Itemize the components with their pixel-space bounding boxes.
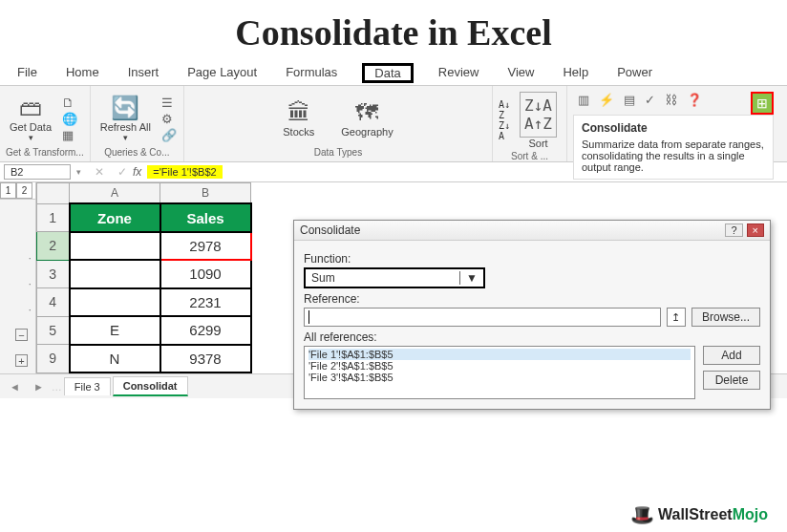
sheet-tab-file3[interactable]: File 3 bbox=[64, 377, 111, 395]
refresh-label: Refresh All bbox=[100, 121, 151, 133]
cell-grid[interactable]: A B 1 Zone Sales 2 2978 3 1090 4 2231 5 … bbox=[36, 182, 252, 373]
reference-label: Reference: bbox=[304, 292, 760, 306]
section-data-types: Data Types bbox=[190, 147, 486, 158]
tab-file[interactable]: File bbox=[13, 63, 41, 83]
ribbon: 🗃 Get Data▾ 🗋 🌐 ▦ Get & Transform... 🔄 R… bbox=[0, 86, 787, 162]
col-header-b[interactable]: B bbox=[160, 183, 251, 204]
outline-level-1[interactable]: 1 bbox=[0, 182, 16, 199]
from-web-icon[interactable]: 🌐 bbox=[62, 112, 77, 126]
table-row: 2 2978 bbox=[37, 232, 251, 260]
reference-input[interactable] bbox=[304, 308, 661, 327]
cell-b3[interactable]: 1090 bbox=[160, 260, 251, 287]
queries-icon[interactable]: ☰ bbox=[161, 96, 177, 110]
tooltip-body: Summarize data from separate ranges, con… bbox=[582, 138, 764, 173]
delete-button[interactable]: Delete bbox=[703, 371, 760, 390]
name-box[interactable]: B2 bbox=[4, 164, 71, 180]
get-data-button[interactable]: 🗃 Get Data▾ bbox=[6, 93, 55, 144]
data-validation-icon[interactable]: ✓ bbox=[645, 93, 655, 107]
function-label: Function: bbox=[304, 252, 760, 266]
row-header-9[interactable]: 9 bbox=[37, 345, 70, 373]
row-header-4[interactable]: 4 bbox=[37, 288, 70, 316]
ribbon-tabs: File Home Insert Page Layout Formulas Da… bbox=[0, 61, 787, 86]
tab-help[interactable]: Help bbox=[559, 63, 592, 83]
list-item[interactable]: 'File 1'!$A$1:$B$5 bbox=[308, 349, 691, 360]
consolidate-tooltip: Consolidate Summarize data from separate… bbox=[573, 115, 774, 180]
from-table-icon[interactable]: ▦ bbox=[62, 128, 77, 142]
outline-level-2[interactable]: 2 bbox=[16, 182, 32, 199]
tab-review[interactable]: Review bbox=[435, 63, 483, 83]
row-header-5[interactable]: 5 bbox=[37, 316, 70, 344]
row-header-3[interactable]: 3 bbox=[37, 260, 70, 287]
tab-formulas[interactable]: Formulas bbox=[282, 63, 341, 83]
dialog-help-button[interactable]: ? bbox=[725, 223, 742, 237]
all-references-list[interactable]: 'File 1'!$A$1:$B$5 'File 2'!$A$1:$B$5 'F… bbox=[304, 346, 695, 399]
formula-value[interactable]: ='File 1'!$B$2 bbox=[147, 165, 222, 179]
consolidate-dialog: Consolidate ? × Function: Sum ▼ Referenc… bbox=[293, 220, 771, 410]
cell-b2[interactable]: 2978 bbox=[160, 232, 251, 260]
function-value: Sum bbox=[311, 271, 335, 285]
fx-icon[interactable]: fx bbox=[133, 165, 141, 179]
tooltip-title: Consolidate bbox=[582, 121, 765, 135]
outline-pane: 1 2 · · · − + bbox=[0, 182, 36, 373]
relationships-icon[interactable]: ⛓ bbox=[665, 93, 677, 107]
sort-button[interactable]: Z↓AA↑Z Sort bbox=[516, 90, 561, 151]
list-item[interactable]: 'File 3'!$A$1:$B$5 bbox=[308, 372, 691, 383]
row-header-1[interactable]: 1 bbox=[37, 203, 70, 231]
tab-view[interactable]: View bbox=[503, 63, 538, 83]
name-box-drop-icon[interactable]: ▾ bbox=[76, 167, 81, 177]
col-header-a[interactable]: A bbox=[70, 183, 160, 204]
tab-insert[interactable]: Insert bbox=[124, 63, 163, 83]
outline-collapse-button[interactable]: − bbox=[15, 329, 28, 341]
tab-nav-next[interactable]: ► bbox=[28, 379, 50, 394]
section-sort-filter: Sort & ... bbox=[499, 151, 561, 161]
brand-logo-icon: 🎩 bbox=[630, 503, 654, 526]
cell-a4[interactable] bbox=[70, 288, 160, 316]
cell-b4[interactable]: 2231 bbox=[160, 288, 251, 316]
tab-nav-prev[interactable]: ◄ bbox=[4, 379, 26, 394]
table-row: 5 E 6299 bbox=[37, 316, 251, 344]
header-sales[interactable]: Sales bbox=[160, 203, 251, 231]
from-text-icon[interactable]: 🗋 bbox=[62, 96, 77, 110]
geography-label: Geography bbox=[341, 126, 393, 138]
cancel-icon[interactable]: ✕ bbox=[95, 165, 104, 179]
list-item[interactable]: 'File 2'!$A$1:$B$5 bbox=[308, 360, 691, 372]
consolidate-button[interactable]: ⊞ bbox=[751, 92, 774, 115]
browse-button[interactable]: Browse... bbox=[691, 308, 760, 327]
refresh-all-button[interactable]: 🔄 Refresh All▾ bbox=[96, 93, 155, 144]
tab-home[interactable]: Home bbox=[62, 63, 103, 83]
cell-b9[interactable]: 9378 bbox=[160, 345, 251, 373]
tab-page-layout[interactable]: Page Layout bbox=[183, 63, 261, 83]
cell-a5[interactable]: E bbox=[70, 316, 160, 344]
cell-a9[interactable]: N bbox=[70, 345, 160, 373]
table-row: 9 N 9378 bbox=[37, 345, 251, 373]
what-if-icon[interactable]: ❓ bbox=[687, 93, 702, 107]
text-to-columns-icon[interactable]: ▥ bbox=[578, 93, 589, 107]
edit-links-icon[interactable]: 🔗 bbox=[161, 128, 177, 142]
sort-za-button[interactable]: Z↓A bbox=[499, 120, 510, 141]
function-select[interactable]: Sum ▼ bbox=[304, 267, 485, 288]
brand-text-a: WallStreet bbox=[658, 506, 733, 522]
stocks-label: Stocks bbox=[283, 126, 314, 138]
sort-az-button[interactable]: A↓Z bbox=[499, 99, 510, 120]
flash-fill-icon[interactable]: ⚡ bbox=[599, 93, 614, 107]
stocks-button[interactable]: 🏛 Stocks bbox=[279, 97, 318, 139]
tab-data[interactable]: Data bbox=[362, 63, 413, 83]
geography-button[interactable]: 🗺 Geography bbox=[337, 97, 396, 139]
add-button[interactable]: Add bbox=[703, 346, 760, 365]
cell-b5[interactable]: 6299 bbox=[160, 316, 251, 344]
sheet-tab-consolidate[interactable]: Consolidat bbox=[113, 376, 188, 396]
page-title: Consolidate in Excel bbox=[0, 0, 787, 61]
tab-power[interactable]: Power bbox=[613, 63, 656, 83]
collapse-dialog-button[interactable]: ↥ bbox=[667, 308, 686, 327]
database-icon: 🗃 bbox=[19, 95, 42, 121]
enter-icon[interactable]: ✓ bbox=[117, 165, 127, 179]
header-zone[interactable]: Zone bbox=[70, 203, 160, 231]
properties-icon[interactable]: ⚙ bbox=[161, 112, 177, 126]
cell-a2[interactable] bbox=[70, 232, 160, 260]
cell-a3[interactable] bbox=[70, 260, 160, 287]
dialog-close-button[interactable]: × bbox=[747, 223, 764, 237]
stocks-icon: 🏛 bbox=[287, 99, 310, 126]
row-header-2[interactable]: 2 bbox=[37, 232, 70, 260]
remove-dup-icon[interactable]: ▤ bbox=[624, 93, 635, 107]
outline-expand-button[interactable]: + bbox=[15, 354, 28, 367]
